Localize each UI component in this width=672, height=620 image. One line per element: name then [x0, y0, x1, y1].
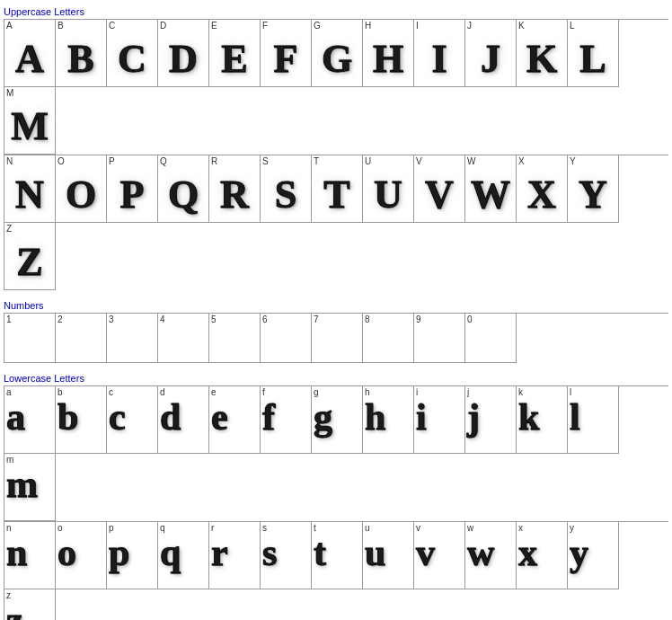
- cell-glyph-container: f: [262, 398, 275, 436]
- number-cell-1: 1: [4, 314, 56, 363]
- cell-glyph: h: [365, 398, 385, 436]
- cell-glyph: D: [160, 40, 207, 79]
- uppercase-label: Uppercase Letters: [2, 4, 670, 19]
- cell-key-label: z: [6, 590, 11, 601]
- uppercase-cell-Y: YY: [568, 155, 619, 223]
- cell-key-label: a: [6, 387, 12, 398]
- cell-key-label: G: [314, 21, 321, 31]
- uppercase-grid-row2: NNOOPPQQRRSSTTUUVVWWXXYYZZ: [4, 155, 668, 290]
- cell-glyph: w: [467, 534, 494, 571]
- cell-key-label: 6: [262, 314, 268, 325]
- lowercase-grid-row1: aabbccddeeffgghhiijjkkllmm: [4, 385, 668, 521]
- cell-glyph-container: b: [57, 398, 78, 436]
- cell-glyph-container: Q: [160, 167, 207, 221]
- uppercase-cell-S: SS: [261, 155, 312, 223]
- number-cell-3: 3: [107, 314, 158, 363]
- cell-glyph-container: p: [109, 534, 129, 571]
- cell-key-label: s: [262, 523, 267, 534]
- cell-key-label: l: [570, 387, 571, 398]
- cell-key-label: b: [57, 387, 63, 398]
- cell-glyph: V: [416, 175, 463, 215]
- cell-glyph-container: L: [570, 31, 616, 85]
- uppercase-cell-N: NN: [4, 155, 56, 223]
- cell-glyph: A: [6, 40, 53, 79]
- cell-glyph: x: [518, 534, 537, 571]
- cell-glyph: M: [6, 107, 53, 146]
- cell-glyph-container: V: [416, 167, 463, 221]
- cell-key-label: t: [314, 523, 316, 534]
- uppercase-cell-X: XX: [517, 155, 568, 223]
- cell-glyph: n: [6, 534, 27, 571]
- cell-glyph: Z: [6, 243, 53, 282]
- cell-key-label: U: [365, 156, 371, 167]
- uppercase-cell-K: KK: [517, 20, 568, 87]
- cell-glyph: b: [57, 398, 78, 436]
- lowercase-cell-v: vv: [414, 522, 465, 589]
- cell-glyph: d: [160, 398, 181, 436]
- cell-key-label: f: [262, 387, 265, 398]
- cell-key-label: 5: [211, 314, 217, 325]
- cell-glyph: y: [570, 534, 588, 571]
- cell-glyph-container: W: [467, 167, 514, 221]
- cell-glyph: k: [518, 398, 539, 436]
- cell-key-label: i: [416, 387, 418, 398]
- cell-glyph-container: J: [467, 31, 514, 85]
- cell-key-label: 0: [467, 314, 473, 325]
- number-cell-2: 2: [56, 314, 107, 363]
- numbers-grid: 1234567890: [4, 313, 668, 363]
- lowercase-cell-n: nn: [4, 522, 56, 589]
- cell-glyph-container: y: [570, 534, 588, 571]
- cell-glyph: K: [518, 40, 565, 79]
- cell-key-label: n: [6, 523, 12, 534]
- uppercase-cell-F: FF: [261, 20, 312, 87]
- cell-glyph-container: n: [6, 534, 27, 571]
- cell-key-label: D: [160, 21, 166, 31]
- cell-key-label: m: [6, 455, 13, 465]
- cell-glyph: a: [6, 398, 25, 436]
- cell-glyph: O: [57, 175, 104, 215]
- lowercase-cell-s: ss: [261, 522, 312, 589]
- cell-key-label: E: [211, 21, 217, 31]
- lowercase-cell-g: gg: [312, 386, 363, 454]
- cell-key-label: P: [109, 156, 115, 167]
- numbers-label: Numbers: [2, 297, 670, 313]
- lowercase-cell-c: cc: [107, 386, 158, 454]
- cell-key-label: Y: [570, 156, 576, 167]
- cell-key-label: y: [570, 523, 574, 534]
- lowercase-cell-h: hh: [363, 386, 414, 454]
- cell-key-label: h: [365, 387, 370, 398]
- cell-glyph-container: x: [518, 534, 537, 571]
- cell-glyph: f: [262, 398, 275, 436]
- lowercase-cell-d: dd: [158, 386, 209, 454]
- lowercase-cell-j: jj: [465, 386, 517, 454]
- cell-glyph-container: M: [6, 99, 53, 153]
- lowercase-cell-m: mm: [4, 454, 56, 521]
- cell-key-label: F: [262, 21, 268, 31]
- lowercase-grid-row2: nnooppqqrrssttuuvvwwxxyyzz: [4, 521, 668, 620]
- uppercase-cell-B: BB: [56, 20, 107, 87]
- cell-key-label: Q: [160, 156, 167, 167]
- cell-glyph: r: [211, 534, 228, 571]
- cell-glyph-container: m: [6, 465, 38, 503]
- cell-key-label: I: [416, 21, 419, 31]
- lowercase-cell-l: ll: [568, 386, 619, 454]
- uppercase-cell-A: AA: [4, 20, 56, 87]
- cell-key-label: J: [467, 21, 472, 31]
- cell-key-label: k: [518, 387, 523, 398]
- lowercase-cell-e: ee: [209, 386, 261, 454]
- uppercase-cell-Q: QQ: [158, 155, 209, 223]
- cell-key-label: 2: [57, 314, 63, 325]
- uppercase-cell-G: GG: [312, 20, 363, 87]
- cell-key-label: W: [467, 156, 475, 167]
- cell-key-label: V: [416, 156, 422, 167]
- cell-glyph-container: A: [6, 31, 53, 85]
- cell-glyph-container: I: [416, 31, 463, 85]
- cell-glyph-container: E: [211, 31, 258, 85]
- cell-glyph: i: [416, 398, 427, 436]
- cell-glyph-container: O: [57, 167, 104, 221]
- cell-glyph: g: [314, 398, 332, 436]
- cell-glyph: q: [160, 534, 181, 571]
- cell-glyph-container: z: [6, 601, 23, 620]
- cell-glyph: m: [6, 465, 38, 503]
- cell-glyph-container: w: [467, 534, 494, 571]
